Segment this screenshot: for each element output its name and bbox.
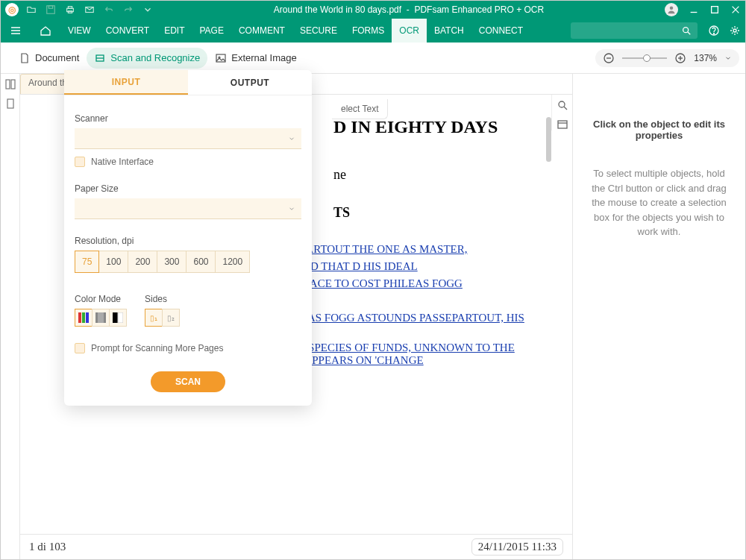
menu-page[interactable]: PAGE [192, 19, 231, 43]
page-footer: 1 di 103 24/11/2015 11:33 [20, 534, 572, 559]
zoom-out-icon[interactable] [603, 52, 615, 64]
svg-rect-41 [118, 312, 123, 323]
document-tab[interactable]: Document [11, 48, 87, 69]
menu-view[interactable]: VIEW [60, 19, 98, 43]
svg-line-15 [688, 32, 691, 35]
svg-point-31 [559, 101, 565, 107]
menu-connect[interactable]: CONNECT [471, 19, 530, 43]
scan-recognize-tab[interactable]: Scan and Recognize [87, 48, 207, 69]
paper-size-select[interactable] [75, 198, 301, 219]
dpi-100[interactable]: 100 [98, 251, 128, 273]
ocr-panel: INPUT OUTPUT Scanner Native Interface Pa… [64, 70, 312, 406]
svg-rect-1 [48, 6, 52, 9]
scanner-select[interactable] [75, 128, 301, 149]
gear-icon[interactable] [724, 25, 745, 37]
scanner-icon [94, 52, 106, 64]
svg-rect-37 [86, 312, 89, 323]
sides-single[interactable]: ▯₁ [145, 309, 163, 327]
panel-icon[interactable] [557, 119, 568, 130]
svg-rect-28 [6, 80, 10, 89]
svg-rect-3 [68, 7, 72, 9]
open-icon[interactable] [26, 4, 37, 15]
menu-secure[interactable]: SECURE [292, 19, 345, 43]
ocr-tab-output[interactable]: OUTPUT [188, 70, 312, 95]
sides-label: Sides [145, 294, 180, 304]
menu-convert[interactable]: CONVERT [98, 19, 157, 43]
prompt-more-label: Prompt for Scanning More Pages [91, 343, 223, 353]
save-icon[interactable] [46, 4, 56, 15]
zoom-in-icon[interactable] [674, 52, 686, 64]
app-logo: ◎ [5, 3, 19, 16]
svg-point-17 [714, 34, 715, 34]
image-icon [215, 52, 227, 64]
timestamp: 24/11/2015 11:33 [471, 538, 563, 556]
chevron-down-icon[interactable] [724, 54, 732, 62]
undo-icon[interactable] [104, 4, 114, 15]
menu-ocr[interactable]: OCR [392, 19, 427, 43]
scan-button[interactable]: SCAN [151, 371, 225, 392]
menu-batch[interactable]: BATCH [427, 19, 471, 43]
user-avatar[interactable] [665, 3, 678, 16]
thumbnails-icon[interactable] [4, 78, 16, 90]
left-nav [1, 74, 20, 559]
color-mode-gray[interactable] [92, 309, 110, 327]
svg-rect-29 [11, 80, 15, 89]
prompt-more-checkbox[interactable] [75, 343, 85, 353]
dpi-75[interactable]: 75 [75, 251, 99, 273]
mail-icon[interactable] [84, 4, 95, 15]
paper-size-label: Paper Size [75, 183, 301, 194]
title-bar: ◎ Around the World in 80 days.pdf - PDFs… [1, 1, 745, 19]
color-mode-bw[interactable] [109, 309, 127, 327]
color-mode-color[interactable] [75, 309, 93, 327]
resolution-label: Resolution, dpi [75, 236, 301, 246]
close-icon[interactable] [730, 4, 741, 15]
svg-rect-35 [78, 312, 81, 323]
redo-icon[interactable] [123, 4, 134, 15]
properties-panel: Click on the object to edit its properti… [572, 74, 745, 559]
svg-rect-0 [47, 6, 55, 14]
dpi-200[interactable]: 200 [128, 251, 157, 273]
search-icon[interactable] [557, 99, 568, 111]
page-number: 1 di 103 [29, 541, 66, 553]
help-icon[interactable] [703, 25, 724, 37]
zoom-slider[interactable] [622, 57, 667, 59]
minimize-icon[interactable] [689, 4, 699, 15]
external-image-tab[interactable]: External Image [207, 48, 304, 69]
window-title: Around the World in 80 days.pdf - PDFsam… [153, 4, 665, 15]
document-icon [19, 52, 31, 64]
menu-edit[interactable]: EDIT [157, 19, 192, 43]
hamburger-icon[interactable] [1, 25, 31, 37]
search-box[interactable] [571, 22, 698, 39]
scrollbar[interactable] [546, 117, 551, 162]
svg-point-6 [670, 7, 674, 10]
scanner-label: Scanner [75, 113, 301, 124]
chevron-down-icon [288, 135, 295, 142]
search-icon [681, 25, 692, 36]
select-text-tool[interactable]: elect Text [332, 99, 388, 119]
page-icon[interactable] [4, 98, 16, 110]
native-interface-checkbox[interactable] [75, 157, 85, 167]
zoom-control[interactable]: 137% [595, 49, 739, 67]
maximize-icon[interactable] [709, 4, 720, 15]
chevron-down-icon[interactable] [142, 4, 153, 15]
svg-rect-33 [558, 121, 567, 128]
home-icon[interactable] [31, 25, 60, 37]
menu-forms[interactable]: FORMS [345, 19, 392, 43]
menu-comment[interactable]: COMMENT [231, 19, 292, 43]
native-interface-label: Native Interface [91, 157, 154, 167]
color-mode-label: Color Mode [75, 294, 127, 304]
svg-point-14 [683, 28, 689, 33]
zoom-value: 137% [694, 53, 717, 63]
ocr-tab-input[interactable]: INPUT [64, 70, 188, 95]
print-icon[interactable] [65, 4, 75, 15]
prop-help-text: To select multiple objects, hold the Ctr… [586, 166, 732, 239]
dpi-1200[interactable]: 1200 [215, 251, 250, 273]
menu-bar: VIEWCONVERTEDITPAGECOMMENTSECUREFORMSOCR… [1, 19, 745, 43]
dpi-600[interactable]: 600 [186, 251, 216, 273]
ocr-sub-toolbar: Document Scan and Recognize External Ima… [1, 43, 745, 74]
sides-double[interactable]: ▯₂ [162, 309, 180, 327]
doc-author: ne [333, 167, 542, 183]
svg-rect-36 [82, 312, 85, 323]
dpi-300[interactable]: 300 [157, 251, 186, 273]
chevron-down-icon [288, 205, 295, 213]
